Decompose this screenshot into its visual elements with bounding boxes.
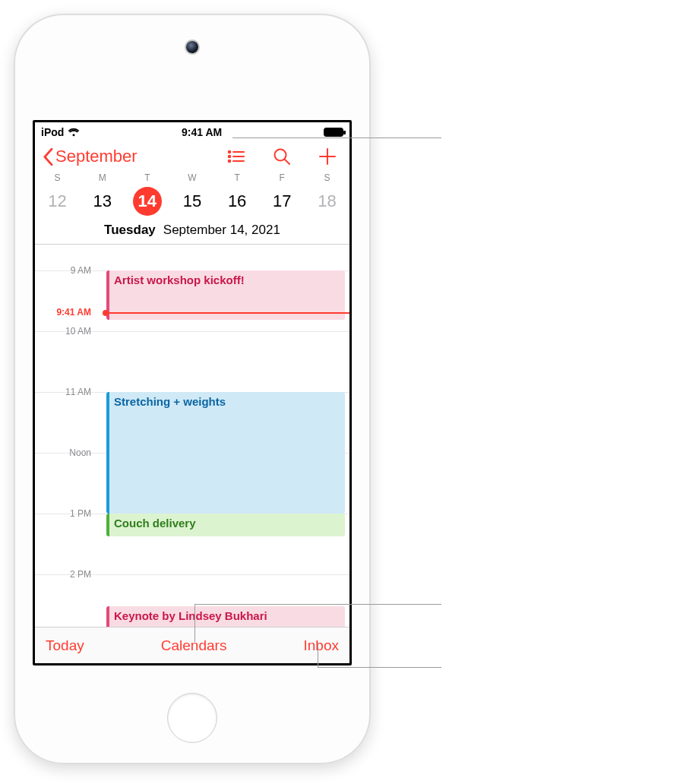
hour-label: 9 AM [35,265,99,276]
week-day[interactable]: 17 [267,187,296,216]
weekday-name: Tuesday [104,223,156,237]
weekday-letter: M [80,172,125,183]
hour-label: 11 AM [35,387,99,397]
hour-label: 1 PM [35,508,99,519]
ipod-device-frame: iPod 9:41 AM September [14,14,371,764]
week-day[interactable]: 16 [223,187,251,216]
week-day[interactable]: 14 [133,187,162,216]
current-time-line [106,312,349,314]
weekday-letter: S [305,172,349,183]
plus-icon [318,147,337,166]
svg-point-4 [229,160,231,163]
weekday-letter: W [169,172,214,183]
today-button[interactable]: Today [46,637,84,654]
event-title: Stretching + weights [114,395,226,408]
week-day[interactable]: 13 [88,187,117,216]
event-title: Artist workshop kickoff! [114,273,245,286]
list-icon [226,147,246,166]
search-button[interactable] [272,147,292,166]
weekday-letter: T [125,172,169,183]
event-title: Keynote by Lindsey Bukhari [114,609,267,622]
bottom-toolbar: Today Calendars Inbox [35,627,349,663]
calendar-event[interactable]: Stretching + weights [106,392,345,514]
status-time: 9:41 AM [182,126,222,138]
screen: iPod 9:41 AM September [33,120,352,665]
week-day[interactable]: 12 [43,187,72,216]
back-button[interactable]: September [43,147,138,166]
event-color-bar [106,392,109,514]
svg-point-0 [229,151,231,153]
home-button[interactable] [167,693,217,743]
calendars-button[interactable]: Calendars [161,637,227,654]
hour-label: Noon [35,447,99,458]
status-bar: iPod 9:41 AM [35,122,349,142]
battery-icon [324,128,343,137]
hour-label: 10 AM [35,326,99,337]
event-color-bar [106,514,109,536]
chevron-left-icon [43,148,54,166]
hour-label: 2 PM [35,569,99,580]
current-time-label: 9:41 AM [35,307,99,318]
weekday-letter: T [215,172,260,183]
nav-header: September [35,142,349,169]
wifi-icon [68,128,80,137]
add-event-button[interactable] [318,147,337,166]
full-date: September 14, 2021 [163,223,280,237]
week-day-row: 12131415161718 [35,186,349,217]
svg-line-7 [285,160,289,164]
event-title: Couch delivery [114,517,196,530]
week-day[interactable]: 15 [178,187,207,216]
weekday-letter: S [35,172,80,183]
device-label: iPod [41,126,64,138]
calendar-event[interactable]: Couch delivery [106,514,345,536]
svg-point-6 [275,150,286,161]
weekday-letter: F [260,172,305,183]
list-view-button[interactable] [226,147,246,166]
search-icon [272,147,292,166]
week-day[interactable]: 18 [312,187,341,216]
weekday-header: SMTWTFS [35,172,349,183]
day-timeline[interactable]: 9 AM10 AM11 AMNoon1 PM2 PM3 PMArtist wor… [35,248,349,620]
svg-point-2 [229,156,231,158]
divider [35,244,349,245]
back-label: September [55,147,138,166]
selected-date-label: TuesdaySeptember 14, 2021 [35,217,349,244]
inbox-button[interactable]: Inbox [304,637,339,654]
front-camera [186,41,198,53]
